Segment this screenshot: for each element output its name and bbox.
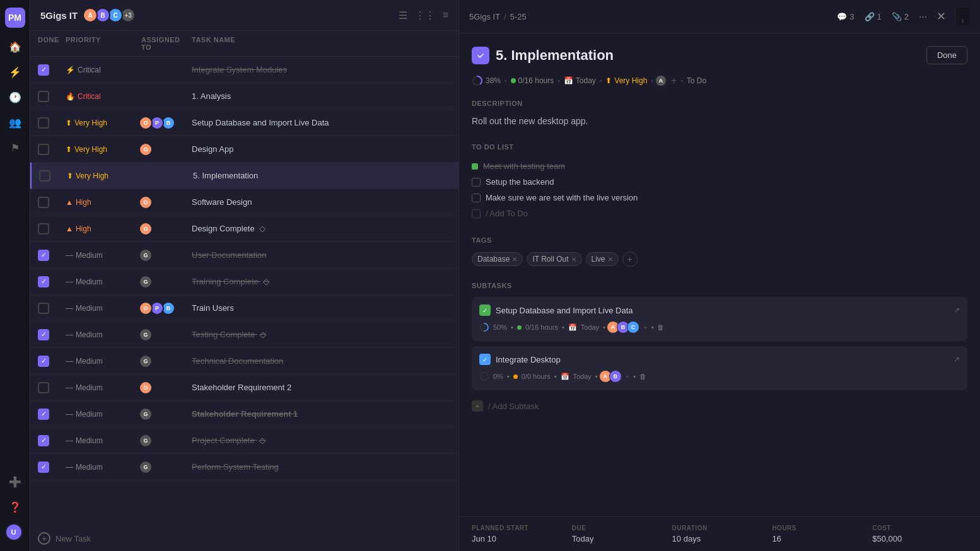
task-row[interactable]: ✓—MediumGTraining Complete ◇ [30, 269, 458, 295]
priority-icon: ⚡ [66, 66, 75, 74]
add-todo-row[interactable]: / Add To Do [472, 206, 967, 221]
add-assignee-button[interactable]: + [671, 75, 677, 86]
tag-remove-icon[interactable]: ✕ [571, 256, 576, 263]
task-checkbox[interactable] [38, 117, 49, 129]
task-row[interactable]: ▲HighOSoftware Design [30, 189, 458, 216]
menu-icon[interactable]: ☰ [399, 9, 407, 21]
priority-icon: — [66, 410, 73, 419]
add-task-icon[interactable]: + [38, 532, 50, 545]
task-name-cell: Perform System Testing [192, 462, 451, 472]
priority-label: Medium [76, 330, 103, 339]
hours-value: 16 [772, 534, 867, 543]
link-icon[interactable]: 🔗 [865, 12, 875, 21]
task-checkbox[interactable]: ✓ [38, 276, 49, 287]
subtask-add-assignee[interactable]: + [626, 373, 629, 380]
attachment-icon[interactable]: 📎 [892, 12, 902, 21]
task-row[interactable]: ⬆Very High5. Implementation [30, 163, 458, 189]
task-row[interactable]: ▲HighODesign Complete ◇ [30, 216, 458, 242]
subtask-open-icon[interactable]: ↗ [954, 355, 960, 364]
avatar: G [139, 354, 153, 368]
task-checkbox[interactable]: ✓ [38, 409, 49, 420]
priority-label: Medium [76, 357, 103, 366]
detail-close-button[interactable]: ✕ [932, 8, 950, 25]
add-todo-checkbox[interactable] [472, 209, 481, 218]
task-row[interactable]: ✓—MediumGStakeholder Requirement 1 [30, 401, 458, 427]
diamond-icon: ◇ [263, 277, 269, 286]
subtask-open-icon[interactable]: ↗ [954, 306, 960, 315]
task-checkbox[interactable]: ✓ [38, 250, 49, 261]
sidebar-item-home[interactable]: 🏠 [4, 35, 26, 58]
task-checkbox[interactable] [39, 170, 50, 182]
assigned-cell: G [141, 434, 192, 448]
task-row[interactable]: 🔥Critical1. Analysis [30, 83, 458, 110]
task-name-cell: 5. Implementation [193, 171, 451, 180]
task-row[interactable]: ✓—MediumGProject Complete ◇ [30, 427, 458, 454]
subtask-add-assignee[interactable]: + [643, 323, 647, 331]
task-checkbox[interactable] [38, 382, 49, 393]
task-row[interactable]: ✓—MediumGTechnical Documentation [30, 348, 458, 374]
task-checkbox[interactable] [38, 223, 49, 235]
avatar: O [139, 142, 153, 156]
todo-checkbox[interactable] [472, 194, 481, 202]
add-subtask-icon[interactable]: + [472, 400, 483, 412]
task-checkbox[interactable] [38, 303, 49, 314]
sidebar-item-help[interactable]: ❓ [4, 496, 26, 518]
subtask-delete-icon[interactable]: 🗑 [657, 323, 664, 331]
task-checkbox[interactable] [38, 197, 49, 208]
priority-cell: ▲High [66, 224, 141, 233]
sidebar-item-flag[interactable]: ⚑ [4, 136, 26, 159]
footer-cost: COST $50,000 [872, 525, 967, 543]
sidebar-item-clock[interactable]: 🕐 [4, 86, 26, 108]
subtask-icon: ✓ [479, 354, 491, 365]
comment-icon[interactable]: 💬 [837, 12, 847, 21]
app-logo[interactable]: PM [5, 8, 25, 28]
task-row[interactable]: ⬆Very HighODesign App [30, 136, 458, 163]
tag-label: Database [477, 255, 510, 264]
task-row[interactable]: —MediumOStakeholder Requirement 2 [30, 374, 458, 401]
avatar: C [627, 321, 639, 334]
task-row[interactable]: ⬆Very HighOPBSetup Database and Import L… [30, 110, 458, 136]
assigned-cell: OPB [141, 301, 192, 315]
columns-icon[interactable]: ⋮⋮ [415, 9, 435, 21]
tag-remove-icon[interactable]: ✕ [608, 256, 613, 263]
done-button[interactable]: Done [926, 46, 967, 64]
filter-icon[interactable]: ≡ [443, 9, 448, 21]
task-checkbox[interactable]: ✓ [38, 329, 49, 340]
task-checkbox[interactable] [38, 144, 49, 155]
new-task-row[interactable]: + New Task [30, 526, 458, 551]
sidebar-item-add[interactable]: ➕ [4, 470, 26, 493]
priority-label: High [76, 224, 91, 233]
task-row[interactable]: ✓—MediumGPerform System Testing [30, 454, 458, 480]
task-checkbox[interactable]: ✓ [38, 64, 49, 76]
task-row[interactable]: ✓—MediumGUser Documentation [30, 242, 458, 269]
subtask-delete-icon[interactable]: 🗑 [639, 373, 646, 380]
task-name-cell: Design App [192, 144, 451, 154]
tag-remove-icon[interactable]: ✕ [512, 256, 517, 263]
task-row[interactable]: —MediumOPBTrain Users [30, 295, 458, 322]
task-row[interactable]: ✓⚡CriticalIntegrate System Modules [30, 57, 458, 83]
panel-collapse-button[interactable]: › [955, 8, 970, 25]
sidebar-item-lightning[interactable]: ⚡ [4, 61, 26, 83]
sidebar-item-profile[interactable]: U [4, 521, 26, 543]
priority-cell: —Medium [66, 304, 141, 313]
add-todo-label: / Add To Do [486, 209, 528, 218]
sidebar-item-users[interactable]: 👥 [4, 111, 26, 134]
task-checkbox[interactable] [38, 91, 49, 102]
todo-checkbox[interactable] [472, 178, 481, 187]
tag-label: Live [592, 255, 605, 264]
task-checkbox[interactable]: ✓ [38, 435, 49, 446]
task-row[interactable]: ✓—MediumGTesting Complete ◇ [30, 322, 458, 348]
task-main-title: 5. Implementation [496, 47, 614, 64]
comment-count: 💬 3 [837, 12, 854, 21]
tag-label: IT Roll Out [532, 255, 568, 264]
add-tag-button[interactable]: + [622, 252, 638, 267]
task-meta-row: 38% • 0/16 hours • 📅 Today • ⬆ Very High… [472, 74, 967, 87]
attachment-count: 📎 2 [892, 12, 909, 21]
due-label: DUE [572, 525, 667, 531]
priority-cell: —Medium [66, 357, 141, 366]
priority-cell: —Medium [66, 251, 141, 260]
task-checkbox[interactable]: ✓ [38, 356, 49, 367]
more-options-icon[interactable]: ⋯ [919, 12, 927, 21]
add-subtask-row[interactable]: + / Add Subtask [472, 395, 967, 417]
task-checkbox[interactable]: ✓ [38, 461, 49, 473]
